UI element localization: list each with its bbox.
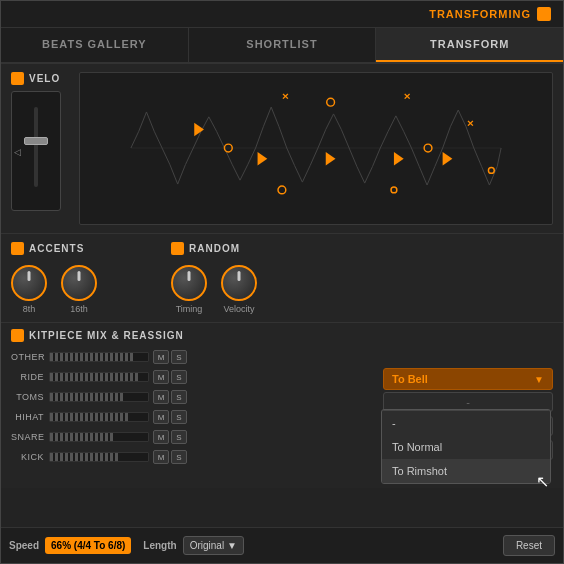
kit-left: OTHER M S RIDE M S <box>11 348 375 482</box>
kit-s-other[interactable]: S <box>171 350 187 364</box>
tabs: BEATS GALLERY SHORTLIST TRANSFORM <box>1 28 563 64</box>
kit-label-ride: RIDE <box>11 372 49 382</box>
kit-m-snare[interactable]: M <box>153 430 169 444</box>
kit-s-hihat[interactable]: S <box>171 410 187 424</box>
table-row: KICK M S <box>11 448 375 466</box>
svg-point-6 <box>327 98 335 106</box>
table-row: SNARE M S <box>11 428 375 446</box>
kit-bar-hihat <box>49 412 149 422</box>
velo-indicator[interactable] <box>11 72 24 85</box>
kit-m-kick[interactable]: M <box>153 450 169 464</box>
knob-16th[interactable] <box>61 265 97 301</box>
svg-point-8 <box>488 167 494 173</box>
reset-button[interactable]: Reset <box>503 535 555 556</box>
random-knobs: Timing Velocity <box>171 265 271 314</box>
length-label: Length <box>143 540 176 551</box>
kitpiece-header: KITPIECE MIX & REASSIGN <box>11 329 553 342</box>
bell-dropdown-label: To Bell <box>392 373 428 385</box>
tab-transform[interactable]: TRANSFORM <box>376 28 563 62</box>
velo-title: VELO <box>29 73 60 84</box>
fader-arrow: ◁ <box>14 147 21 157</box>
speed-label: Speed <box>9 540 39 551</box>
kit-rows: OTHER M S RIDE M S <box>11 348 375 466</box>
kit-m-other[interactable]: M <box>153 350 169 364</box>
bell-dropdown[interactable]: To Bell ▼ <box>383 368 553 390</box>
knob-velocity-container: Velocity <box>221 265 257 314</box>
svg-marker-11 <box>258 152 268 166</box>
popup-menu: - To Normal To Rimshot <box>381 409 551 484</box>
kit-s-snare[interactable]: S <box>171 430 187 444</box>
table-row: HIHAT M S <box>11 408 375 426</box>
popup-item-dash[interactable]: - <box>382 410 550 435</box>
waveform-svg: × × × × <box>80 73 552 224</box>
accents-header: ACCENTS <box>11 242 111 255</box>
kit-m-hihat[interactable]: M <box>153 410 169 424</box>
table-row: TOMS M S <box>11 388 375 406</box>
random-header: RANDOM <box>171 242 271 255</box>
chevron-down-icon: ▼ <box>534 374 544 385</box>
transforming-label: TRANSFORMING <box>429 8 531 20</box>
kit-bar-kick <box>49 452 149 462</box>
svg-marker-12 <box>326 152 336 166</box>
tab-beats-gallery[interactable]: BEATS GALLERY <box>1 28 189 62</box>
speed-dropdown[interactable]: 66% (4/4 To 6/8) <box>45 537 131 554</box>
accents-indicator[interactable] <box>11 242 24 255</box>
random-group: RANDOM Timing Velocity <box>171 242 271 314</box>
kit-label-snare: SNARE <box>11 432 49 442</box>
kit-bar-snare <box>49 432 149 442</box>
random-indicator[interactable] <box>171 242 184 255</box>
kit-bar-other <box>49 352 149 362</box>
app-container: TRANSFORMING BEATS GALLERY SHORTLIST TRA… <box>0 0 564 564</box>
kit-s-ride[interactable]: S <box>171 370 187 384</box>
knob-timing-container: Timing <box>171 265 207 314</box>
svg-marker-15 <box>194 123 204 137</box>
original-dropdown[interactable]: Original ▼ <box>183 536 244 555</box>
waveform-display: × × × × <box>79 72 553 225</box>
top-bar: TRANSFORMING <box>1 1 563 28</box>
popup-item-normal[interactable]: To Normal <box>382 435 550 459</box>
velo-sidebar: VELO ◁ <box>11 72 71 225</box>
accents-title: ACCENTS <box>29 243 84 254</box>
random-title: RANDOM <box>189 243 240 254</box>
tab-shortlist[interactable]: SHORTLIST <box>189 28 377 62</box>
accents-group: ACCENTS 8th 16th <box>11 242 111 314</box>
kit-bar-toms <box>49 392 149 402</box>
knob-timing[interactable] <box>171 265 207 301</box>
kitpiece-title: KITPIECE MIX & REASSIGN <box>29 330 184 341</box>
knob-velocity-label: Velocity <box>223 304 254 314</box>
knob-8th-container: 8th <box>11 265 47 314</box>
kit-label-hihat: HIHAT <box>11 412 49 422</box>
kit-bar-ride <box>49 372 149 382</box>
kit-label-toms: TOMS <box>11 392 49 402</box>
kit-right-empty <box>383 348 553 366</box>
transforming-indicator <box>537 7 551 21</box>
velo-header: VELO <box>11 72 71 85</box>
svg-marker-14 <box>443 152 453 166</box>
fader-handle[interactable] <box>24 137 48 145</box>
table-row: RIDE M S <box>11 368 375 386</box>
kit-m-ride[interactable]: M <box>153 370 169 384</box>
knob-velocity[interactable] <box>221 265 257 301</box>
kit-m-toms[interactable]: M <box>153 390 169 404</box>
popup-item-rimshot[interactable]: To Rimshot <box>382 459 550 483</box>
fader-track <box>34 107 38 187</box>
velo-fader[interactable]: ◁ <box>11 91 61 211</box>
svg-text:×: × <box>467 116 474 129</box>
svg-marker-13 <box>394 152 404 166</box>
controls-section: ACCENTS 8th 16th RANDOM <box>1 234 563 323</box>
kit-label-kick: KICK <box>11 452 49 462</box>
knob-8th[interactable] <box>11 265 47 301</box>
kit-s-kick[interactable]: S <box>171 450 187 464</box>
knob-16th-container: 16th <box>61 265 97 314</box>
kit-label-other: OTHER <box>11 352 49 362</box>
svg-point-10 <box>391 187 397 193</box>
knob-16th-label: 16th <box>70 304 88 314</box>
knob-8th-label: 8th <box>23 304 36 314</box>
accents-knobs: 8th 16th <box>11 265 111 314</box>
svg-text:×: × <box>282 89 289 102</box>
kit-s-toms[interactable]: S <box>171 390 187 404</box>
bottom-bar: Speed 66% (4/4 To 6/8) Length Original ▼… <box>1 527 563 563</box>
kitpiece-indicator[interactable] <box>11 329 24 342</box>
table-row: OTHER M S <box>11 348 375 366</box>
velo-section: VELO ◁ × × × × <box>1 64 563 234</box>
